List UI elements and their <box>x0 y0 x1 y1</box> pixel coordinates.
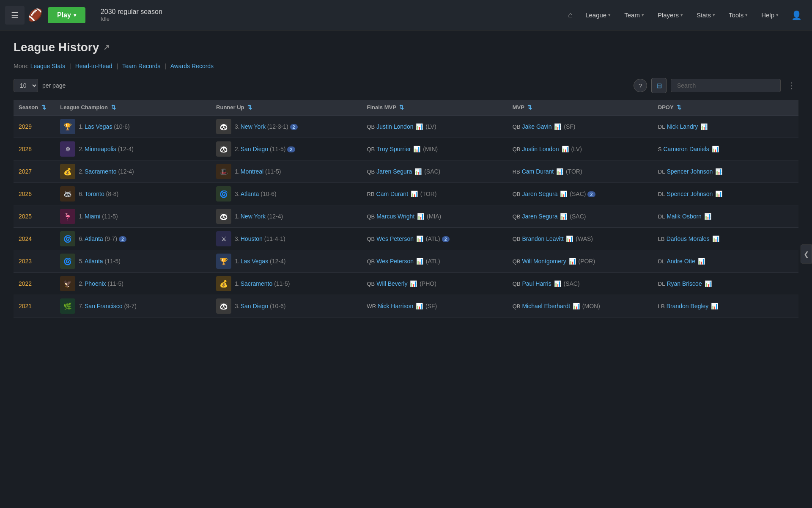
finals-mvp-chart-icon[interactable]: 📊 <box>416 303 423 309</box>
menu-button[interactable]: ☰ <box>5 6 25 25</box>
dpoy-link[interactable]: Nick Landry <box>667 123 698 130</box>
mvp-chart-icon[interactable]: 📊 <box>562 146 569 152</box>
dpoy-chart-icon[interactable]: 📊 <box>700 123 708 130</box>
season-link[interactable]: 2027 <box>19 168 32 175</box>
runner-team-link[interactable]: Montreal <box>241 168 263 175</box>
finals-mvp-chart-icon[interactable]: 📊 <box>417 213 424 220</box>
th-runner[interactable]: Runner Up ⇅ <box>211 100 362 115</box>
mvp-chart-icon[interactable]: 📊 <box>569 258 576 265</box>
runner-team-link[interactable]: Atlanta <box>241 190 259 197</box>
mvp-link[interactable]: Will Montgomery <box>522 258 566 265</box>
dpoy-link[interactable]: Andre Otte <box>667 258 695 265</box>
search-input[interactable] <box>671 79 781 92</box>
mvp-link[interactable]: Jaren Segura <box>522 213 557 220</box>
dpoy-link[interactable]: Spencer Johnson <box>667 168 713 175</box>
dpoy-chart-icon[interactable]: 📊 <box>715 168 722 175</box>
finals-mvp-link[interactable]: Wes Peterson <box>376 258 414 265</box>
dpoy-link[interactable]: Brandon Begley <box>667 303 709 309</box>
runner-team-link[interactable]: New York <box>241 123 266 130</box>
finals-mvp-link[interactable]: Nick Harrison <box>378 303 413 309</box>
runner-team-link[interactable]: San Diego <box>241 146 268 152</box>
champion-team-link[interactable]: Miami <box>85 213 100 220</box>
finals-mvp-link[interactable]: Jaren Segura <box>376 168 412 175</box>
nav-stats[interactable]: Stats <box>691 8 721 22</box>
filter-button[interactable]: ⊟ <box>651 78 667 93</box>
finals-mvp-chart-icon[interactable]: 📊 <box>416 258 423 265</box>
finals-mvp-link[interactable]: Cam Durant <box>376 190 408 197</box>
dpoy-chart-icon[interactable]: 📊 <box>704 213 711 220</box>
season-link[interactable]: 2022 <box>19 280 32 287</box>
season-link[interactable]: 2021 <box>19 303 32 309</box>
champion-team-link[interactable]: Las Vegas <box>85 123 112 130</box>
mvp-chart-icon[interactable]: 📊 <box>554 280 561 287</box>
mvp-link[interactable]: Brandon Leavitt <box>522 235 563 242</box>
runner-team-link[interactable]: Las Vegas <box>241 258 268 265</box>
dpoy-chart-icon[interactable]: 📊 <box>715 190 722 197</box>
th-mvp[interactable]: MVP ⇅ <box>508 100 653 115</box>
finals-mvp-chart-icon[interactable]: 📊 <box>416 235 423 242</box>
dpoy-link[interactable]: Spencer Johnson <box>667 190 713 197</box>
champion-team-link[interactable]: Phoenix <box>85 280 106 287</box>
champion-team-link[interactable]: San Francisco <box>85 303 122 309</box>
help-button[interactable]: ? <box>634 79 647 92</box>
mvp-chart-icon[interactable]: 📊 <box>560 190 567 197</box>
season-link[interactable]: 2023 <box>19 258 32 265</box>
finals-mvp-link[interactable]: Wes Peterson <box>376 235 414 242</box>
th-dpoy[interactable]: DPOY ⇅ <box>653 100 798 115</box>
mvp-link[interactable]: Jaren Segura <box>522 190 557 197</box>
season-link[interactable]: 2025 <box>19 213 32 220</box>
nav-players[interactable]: Players <box>652 8 689 22</box>
nav-team[interactable]: Team <box>618 8 650 22</box>
link-league-stats[interactable]: League Stats <box>30 63 66 69</box>
champion-team-link[interactable]: Sacramento <box>85 168 116 175</box>
mvp-chart-icon[interactable]: 📊 <box>560 213 567 220</box>
mvp-chart-icon[interactable]: 📊 <box>573 303 580 309</box>
external-link-icon[interactable]: ↗ <box>103 43 110 52</box>
mvp-link[interactable]: Justin London <box>522 146 559 152</box>
finals-mvp-chart-icon[interactable]: 📊 <box>414 168 422 175</box>
season-link[interactable]: 2026 <box>19 190 32 197</box>
finals-mvp-link[interactable]: Justin London <box>376 123 413 130</box>
runner-team-link[interactable]: Sacramento <box>241 280 272 287</box>
dpoy-chart-icon[interactable]: 📊 <box>712 235 719 242</box>
dpoy-chart-icon[interactable]: 📊 <box>705 280 712 287</box>
runner-team-link[interactable]: Houston <box>241 235 263 242</box>
profile-button[interactable]: 👤 <box>786 7 807 24</box>
finals-mvp-chart-icon[interactable]: 📊 <box>413 146 420 152</box>
nav-league[interactable]: League <box>579 8 617 22</box>
finals-mvp-chart-icon[interactable]: 📊 <box>410 280 417 287</box>
season-link[interactable]: 2024 <box>19 235 32 242</box>
dpoy-link[interactable]: Ryan Briscoe <box>667 280 702 287</box>
mvp-link[interactable]: Jake Gavin <box>522 123 551 130</box>
dpoy-chart-icon[interactable]: 📊 <box>698 258 705 265</box>
dpoy-chart-icon[interactable]: 📊 <box>712 146 719 152</box>
finals-mvp-link[interactable]: Troy Spurrier <box>376 146 411 152</box>
finals-mvp-link[interactable]: Marcus Wright <box>376 213 414 220</box>
th-champion[interactable]: League Champion ⇅ <box>55 100 211 115</box>
finals-mvp-link[interactable]: Will Beverly <box>376 280 407 287</box>
mvp-chart-icon[interactable]: 📊 <box>566 235 573 242</box>
mvp-chart-icon[interactable]: 📊 <box>556 168 563 175</box>
nav-tools[interactable]: Tools <box>723 8 754 22</box>
runner-team-link[interactable]: San Diego <box>241 303 268 309</box>
champion-team-link[interactable]: Toronto <box>85 190 104 197</box>
link-head-to-head[interactable]: Head-to-Head <box>75 63 112 69</box>
champion-team-link[interactable]: Minneapolis <box>85 146 116 152</box>
play-button[interactable]: Play <box>48 7 85 23</box>
sidebar-toggle[interactable]: ❮ <box>801 245 812 264</box>
dpoy-chart-icon[interactable]: 📊 <box>711 303 718 309</box>
champion-team-link[interactable]: Atlanta <box>85 235 103 242</box>
home-button[interactable]: ⌂ <box>563 7 578 23</box>
th-finals-mvp[interactable]: Finals MVP ⇅ <box>362 100 508 115</box>
per-page-select[interactable]: 10 25 50 <box>14 79 38 92</box>
mvp-link[interactable]: Cam Durant <box>522 168 554 175</box>
dpoy-link[interactable]: Cameron Daniels <box>663 146 709 152</box>
finals-mvp-chart-icon[interactable]: 📊 <box>411 190 418 197</box>
mvp-link[interactable]: Michael Eberhardt <box>522 303 570 309</box>
dpoy-link[interactable]: Malik Osborn <box>667 213 701 220</box>
finals-mvp-chart-icon[interactable]: 📊 <box>416 123 423 130</box>
mvp-link[interactable]: Paul Harris <box>522 280 551 287</box>
dpoy-link[interactable]: Darious Morales <box>667 235 710 242</box>
link-awards-records[interactable]: Awards Records <box>170 63 214 69</box>
th-season[interactable]: Season ⇅ <box>14 100 55 115</box>
